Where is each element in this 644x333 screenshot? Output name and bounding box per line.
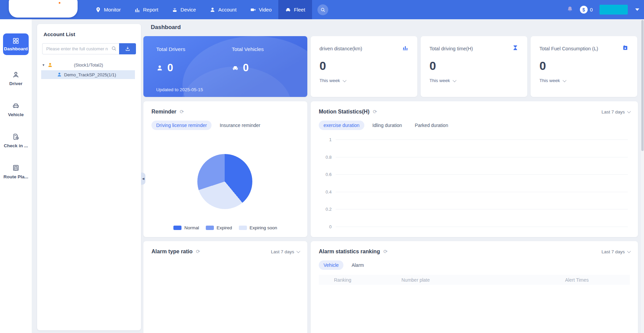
hourglass-icon [512,45,519,52]
tab-idling-duration[interactable]: Idling duration [368,121,407,130]
app-logo [9,0,78,18]
driver-count-icon [156,65,163,72]
legend-item-expired: Expired [206,225,232,230]
total-drivers-block: Total Drivers 0 [156,46,232,74]
chevron-down-icon [627,249,631,253]
driving-time-card: Total driving time(H) 0 This week [421,36,527,97]
dashboard-grid-icon [12,37,20,45]
tab-exercise-duration[interactable]: exercise duration [319,121,364,130]
y-axis-tick: 0 [319,224,332,229]
gridline [336,139,628,140]
alarm-ranking-tabs: Vehicle Alarm [319,260,630,270]
refresh-icon[interactable]: ⟳ [373,109,377,115]
tab-alarm[interactable]: Alarm [347,260,369,270]
kpi-label: driven distance(km) [319,46,362,51]
alarm-ratio-range-select[interactable]: Last 7 days [271,249,299,254]
motion-line-chart: 1 0.8 0.6 0.4 0.2 0 [319,139,628,227]
nav-item-report[interactable]: Report [128,0,165,19]
chevron-down-icon [627,109,631,113]
y-axis-tick: 0.8 [319,154,332,159]
tab-vehicle[interactable]: Vehicle [319,260,343,270]
notifications-bell-icon[interactable] [567,6,573,14]
balance-widget[interactable]: $ 0 [580,6,593,14]
person-icon [209,7,216,13]
sidebar-item-label: Check in ... [4,143,28,148]
check-in-document-icon [12,133,20,141]
reminder-pie-chart [197,154,252,209]
nav-item-video[interactable]: Video [243,0,278,19]
totals-summary-card: Total Drivers 0 Total Vehicles 0 Updated… [143,36,307,97]
period-label: This week [319,78,340,83]
user-account-box[interactable] [599,5,628,15]
route-road-icon [12,164,20,172]
reminder-legend: Normal Expired Expiring soon [143,225,307,230]
account-list-panel: Account List ▾ (Stock1/Total2) Demo_Trac… [37,24,141,330]
export-accounts-button[interactable] [119,43,136,54]
y-axis-tick: 0.4 [319,189,332,194]
driven-distance-card: driven distance(km) 0 This week [311,36,417,97]
sidebar-item-check-in[interactable]: Check in ... [4,133,28,148]
sidebar-item-dashboard[interactable]: Dashboard [3,33,29,55]
period-select[interactable]: This week [319,78,409,83]
legend-label: Normal [184,225,199,230]
vertical-scrollbar[interactable] [641,19,644,333]
kpi-value: 0 [319,59,409,73]
alarm-ratio-title: Alarm type ratio [151,249,193,255]
summary-row: Total Drivers 0 Total Vehicles 0 Updated… [143,36,638,97]
period-select[interactable]: This week [539,78,628,83]
panel-collapse-handle[interactable]: ◀ [141,173,145,185]
account-search-row [42,43,136,54]
tab-insurance-reminder[interactable]: Insurance reminder [215,121,265,130]
range-label: Last 7 days [271,249,294,254]
scrollbar-thumb[interactable] [641,20,644,151]
tree-node-label: Demo_TrackSP_2025(1/1) [64,72,116,77]
nav-item-monitor[interactable]: Monitor [88,0,128,19]
top-nav: Monitor Report Device Account Video Flee… [0,0,644,19]
nav-item-device[interactable]: Device [165,0,203,19]
video-camera-icon [250,7,256,13]
fuel-icon [622,45,628,52]
sidebar-item-route-plan[interactable]: Route Pla... [3,164,28,179]
legend-item-normal: Normal [173,225,199,230]
refresh-icon[interactable]: ⟳ [196,249,200,255]
tab-parked-duration[interactable]: Parked duration [410,121,453,130]
motion-statistics-card: Motion Statistics(H) ⟳ Last 7 days exerc… [311,101,638,237]
reminder-title: Reminder [151,109,176,115]
y-axis-tick: 1 [319,137,332,142]
tree-expand-caret-icon[interactable]: ▾ [43,63,47,67]
sidebar-item-vehicle[interactable]: Vehicle [8,102,24,117]
gridline [336,209,628,209]
sidebar-item-label: Route Pla... [3,174,28,179]
nav-search-button[interactable] [317,4,328,15]
tree-node-root[interactable]: ▾ (Stock1/Total2) [37,60,141,70]
legend-item-expiring-soon: Expiring soon [239,225,277,230]
tab-driving-license-reminder[interactable]: Driving license reminder [151,121,212,130]
ranking-table-header: Ranking Number plate Alert Times [319,275,630,285]
total-drivers-value: 0 [167,62,173,74]
alarm-ranking-range-select[interactable]: Last 7 days [601,249,630,254]
y-axis-tick: 0.2 [319,207,332,212]
legend-swatch-expiring-soon [239,226,247,230]
tree-node-demo-account[interactable]: Demo_TrackSP_2025(1/1) [41,70,135,79]
refresh-icon[interactable]: ⟳ [180,109,184,115]
period-select[interactable]: This week [429,78,519,83]
router-icon [172,7,178,13]
balance-amount: 0 [590,7,593,12]
nav-item-fleet[interactable]: Fleet [278,0,312,19]
bar-chart-icon [134,7,140,13]
gridline [336,157,628,157]
sidebar-item-driver[interactable]: Driver [9,71,22,86]
refresh-icon[interactable]: ⟳ [383,249,388,255]
fuel-consumption-card: Total Fuel Consumption (L) 0 This week [531,36,637,97]
motion-range-select[interactable]: Last 7 days [601,109,630,114]
search-icon [320,7,326,12]
sidebar-item-label: Vehicle [8,112,24,117]
nav-item-account[interactable]: Account [203,0,243,19]
gridline [336,227,628,227]
user-menu-caret-icon[interactable] [635,8,639,11]
map-pin-icon [95,7,101,13]
chevron-down-icon [453,78,456,82]
nav-item-label: Device [180,7,196,12]
customer-search-input[interactable] [42,43,119,54]
search-icon [111,46,117,53]
